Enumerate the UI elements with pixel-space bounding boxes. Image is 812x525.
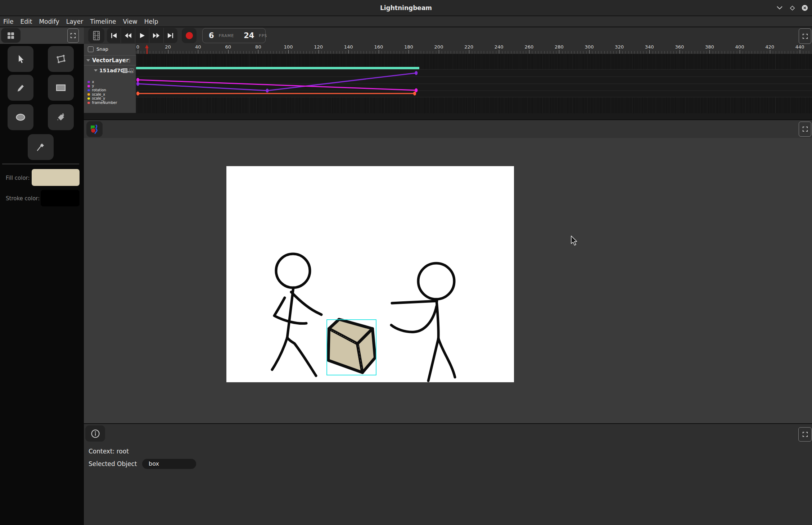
menu-item[interactable]: Help xyxy=(144,18,158,25)
select-tool-button[interactable] xyxy=(8,46,33,72)
inspector-panel: Context: root Selected Object box xyxy=(84,424,812,525)
selected-box-object[interactable] xyxy=(327,319,376,375)
ruler-label: 440 xyxy=(795,44,804,50)
minimize-button[interactable] xyxy=(776,4,783,12)
ruler-label: 360 xyxy=(675,44,684,50)
keyframe-dot[interactable] xyxy=(136,92,139,96)
timeline-panel: 6 FRAME 24 FPS 0204060801001201401601802… xyxy=(84,27,812,119)
inspector-expand-button[interactable] xyxy=(798,427,812,442)
layer-name: VectorLayer xyxy=(92,57,128,64)
object-visibility-button[interactable] xyxy=(123,68,127,73)
playhead[interactable] xyxy=(145,45,149,54)
chevron-down-icon xyxy=(777,6,782,10)
paint-bucket-tool-button[interactable] xyxy=(48,104,74,130)
stroke-color-label: Stroke color: xyxy=(6,195,40,202)
rewind-button[interactable] xyxy=(121,28,135,43)
menu-item[interactable]: Edit xyxy=(20,18,32,25)
skip-to-end-button[interactable] xyxy=(164,28,177,43)
ruler-label: 380 xyxy=(705,44,714,50)
keyframe-dot[interactable] xyxy=(415,71,418,75)
transform-icon xyxy=(55,54,66,64)
canvas-expand-button[interactable] xyxy=(799,122,811,137)
ruler-label: 260 xyxy=(524,44,533,50)
rectangle-icon xyxy=(55,83,66,92)
app-window: Lightningbeam FileEditModifyLayerTimelin… xyxy=(0,0,812,525)
maximize-button[interactable] xyxy=(789,4,796,12)
panel-grid-button[interactable] xyxy=(1,28,21,43)
keyframe-dot[interactable] xyxy=(413,92,416,96)
sidebar-expand-button[interactable] xyxy=(67,28,79,43)
selected-object-label: Selected Object xyxy=(89,460,137,467)
track-row[interactable]: frameNumber xyxy=(84,101,136,105)
menu-item[interactable]: View xyxy=(123,18,137,25)
fill-color-swatch[interactable] xyxy=(32,169,80,186)
timeline-expand-button[interactable] xyxy=(799,28,811,44)
track-row[interactable]: scale_y xyxy=(84,96,136,101)
track-label: scale_x xyxy=(92,93,105,96)
grid-icon xyxy=(7,32,15,40)
snap-checkbox[interactable] xyxy=(88,46,94,52)
ruler-label: 160 xyxy=(374,44,383,50)
transform-tool-button[interactable] xyxy=(48,46,74,72)
object-row[interactable]: 151ad70a... ~ xyxy=(84,65,136,76)
layer-badge: [L] xyxy=(125,58,130,63)
frame-value: 6 xyxy=(209,31,214,40)
track-row[interactable]: y xyxy=(84,84,136,88)
keyframe-dot[interactable] xyxy=(136,82,139,86)
close-button[interactable] xyxy=(801,4,808,12)
keyframe-dot[interactable] xyxy=(136,78,139,82)
film-button[interactable] xyxy=(88,28,104,43)
menu-item[interactable]: Modify xyxy=(39,18,59,25)
frame-fps-display: 6 FRAME 24 FPS xyxy=(202,28,266,43)
skip-to-start-button[interactable] xyxy=(107,28,121,43)
track-row[interactable]: rotation xyxy=(84,88,136,92)
ruler-label: 340 xyxy=(645,44,654,50)
timeline-left-column: Snap VectorLayer [L] 151ad70a... ~ x xyxy=(84,44,136,113)
record-button[interactable] xyxy=(182,28,197,43)
canvas-panel xyxy=(84,120,812,423)
track-color-dot xyxy=(87,93,90,96)
skip-to-end-icon xyxy=(167,33,173,38)
eyedropper-tool-button[interactable] xyxy=(28,134,54,160)
frame-label: FRAME xyxy=(219,33,234,38)
selected-object-field[interactable]: box xyxy=(142,459,196,469)
play-button[interactable] xyxy=(135,28,149,43)
ruler-label: 100 xyxy=(284,44,293,50)
object-name: 151ad70a... xyxy=(99,68,133,73)
fast-forward-button[interactable] xyxy=(149,28,163,43)
stroke-color-swatch[interactable] xyxy=(41,190,80,206)
track-row[interactable]: x xyxy=(84,80,136,84)
timeline-frames-area[interactable] xyxy=(136,54,812,113)
object-tilde-button[interactable]: ~ xyxy=(129,68,134,73)
ellipse-icon xyxy=(15,113,26,122)
curve-y[interactable] xyxy=(138,80,416,90)
shapes-button[interactable] xyxy=(86,121,103,137)
timeline-ruler[interactable]: 0204060801001201401601802002202402602803… xyxy=(136,44,812,54)
layer-collapse-caret-icon[interactable] xyxy=(86,59,90,61)
play-icon xyxy=(140,33,145,38)
transport-controls xyxy=(107,28,177,43)
rewind-icon xyxy=(125,33,132,38)
menu-item[interactable]: Timeline xyxy=(90,18,116,25)
window-controls xyxy=(776,0,808,16)
stick-figure-right[interactable] xyxy=(391,263,455,381)
object-collapse-caret-icon[interactable] xyxy=(94,69,98,72)
stage-canvas[interactable] xyxy=(226,166,514,382)
diamond-icon xyxy=(790,5,795,11)
track-list: x y rotation scale_x xyxy=(84,80,136,105)
rectangle-tool-button[interactable] xyxy=(48,75,74,101)
track-color-dot xyxy=(87,102,90,104)
window-title: Lightningbeam xyxy=(0,0,812,16)
menu-item[interactable]: Layer xyxy=(66,18,83,25)
info-button[interactable] xyxy=(85,425,105,442)
film-icon xyxy=(93,31,100,41)
stick-figure-left[interactable] xyxy=(272,254,321,376)
ellipse-tool-button[interactable] xyxy=(8,104,33,130)
tool-sidebar: Fill color: Stroke color: xyxy=(0,27,84,525)
pencil-tool-button[interactable] xyxy=(8,75,33,101)
ruler-label: 420 xyxy=(765,44,774,50)
menu-item[interactable]: File xyxy=(3,18,13,25)
layer-row[interactable]: VectorLayer [L] xyxy=(84,55,136,65)
track-row[interactable]: scale_x xyxy=(84,92,136,97)
keyframe-dot[interactable] xyxy=(266,89,269,93)
